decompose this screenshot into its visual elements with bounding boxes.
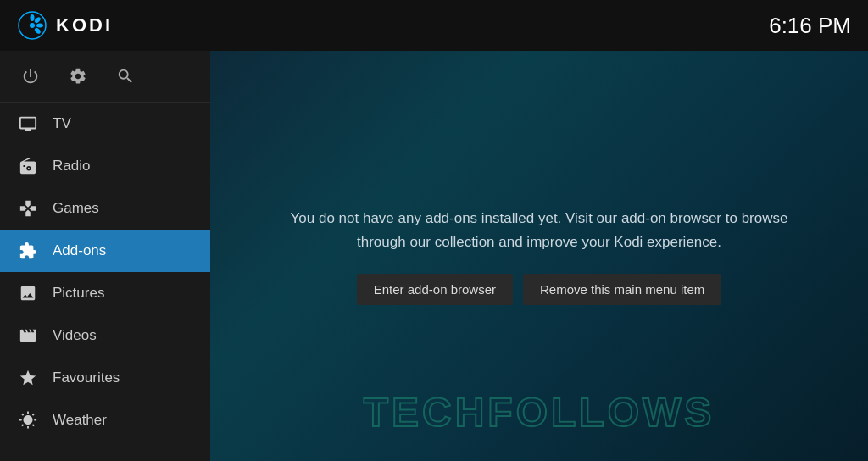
sidebar-item-videos[interactable]: Videos [0,314,210,357]
sidebar-label-radio: Radio [53,158,90,175]
sidebar: TV Radio Games [0,51,210,461]
svg-point-5 [34,27,42,35]
enter-addon-browser-button[interactable]: Enter add-on browser [357,274,513,305]
sidebar-item-tv[interactable]: TV [0,103,210,145]
sidebar-item-weather[interactable]: Weather [0,399,210,442]
content-buttons: Enter add-on browser Remove this main me… [357,274,722,305]
sidebar-item-games[interactable]: Games [0,187,210,230]
settings-icon [69,67,87,86]
search-button[interactable] [112,63,139,90]
weather-icon [17,409,39,431]
header: KODI 6:16 PM [0,0,868,51]
sidebar-nav: TV Radio Games [0,103,210,461]
logo-area: KODI [17,10,113,41]
search-icon [116,67,135,86]
svg-point-1 [30,23,35,28]
svg-point-3 [34,16,42,24]
radio-icon [17,155,39,177]
addons-icon [17,240,39,262]
app-title: KODI [56,14,113,36]
clock: 6:16 PM [769,13,851,39]
sidebar-item-addons[interactable]: Add-ons [0,230,210,272]
svg-point-4 [36,24,43,28]
content-area: You do not have any add-ons installed ye… [210,51,868,461]
remove-menu-item-button[interactable]: Remove this main menu item [523,274,721,305]
settings-button[interactable] [64,63,92,90]
pictures-icon [17,282,39,304]
sidebar-label-games: Games [53,200,99,217]
kodi-logo-icon [17,10,47,41]
tv-icon [17,113,39,135]
svg-point-2 [31,14,35,21]
sidebar-label-videos: Videos [53,327,97,344]
sidebar-label-favourites: Favourites [53,369,120,386]
games-icon [17,197,39,219]
watermark-text: TECHFOLLOWS [364,389,715,436]
sidebar-label-pictures: Pictures [53,285,104,302]
sidebar-item-pictures[interactable]: Pictures [0,272,210,314]
main-layout: TV Radio Games [0,51,868,461]
power-button[interactable] [17,63,44,90]
sidebar-item-radio[interactable]: Radio [0,145,210,187]
power-icon [21,67,40,86]
sidebar-top-icons [0,51,210,103]
sidebar-label-weather: Weather [53,412,107,429]
videos-icon [17,325,39,347]
sidebar-item-favourites[interactable]: Favourites [0,357,210,399]
sidebar-label-addons: Add-ons [53,242,106,259]
content-message: You do not have any add-ons installed ye… [285,207,793,253]
favourites-icon [17,367,39,389]
sidebar-label-tv: TV [53,115,71,132]
